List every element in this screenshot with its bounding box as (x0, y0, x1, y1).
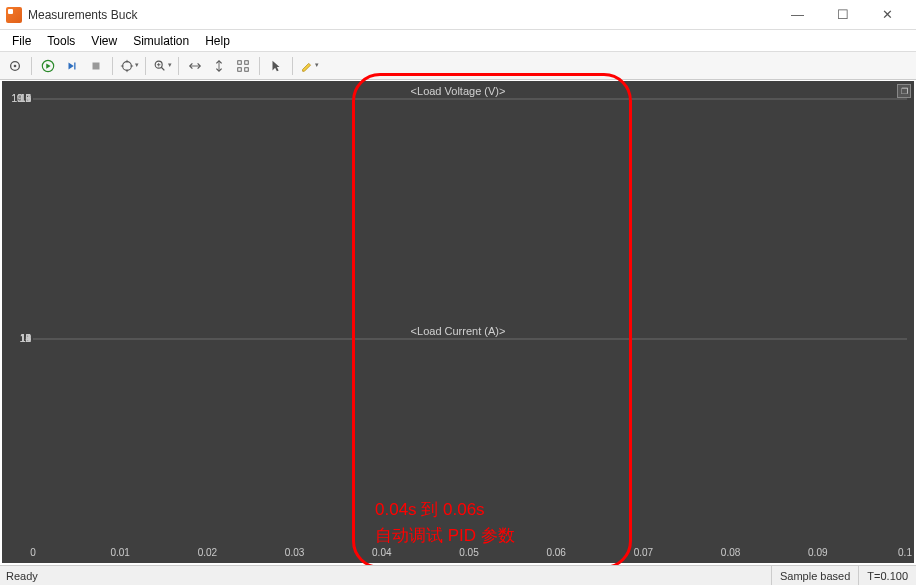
svg-rect-19 (245, 60, 249, 64)
x-tick-label: 0.1 (898, 547, 912, 558)
x-tick-label: 0.03 (285, 547, 304, 558)
menubar: File Tools View Simulation Help (0, 30, 916, 52)
plot-canvas-voltage[interactable] (33, 98, 907, 100)
x-tick-label: 0.05 (459, 547, 478, 558)
play-icon (41, 59, 55, 73)
highlight-icon (300, 59, 314, 73)
zoom-button[interactable] (151, 55, 173, 77)
x-tick-label: 0.09 (808, 547, 827, 558)
trigger-button[interactable] (118, 55, 140, 77)
zoom-icon (153, 59, 167, 73)
stop-button[interactable] (85, 55, 107, 77)
matlab-icon (6, 7, 22, 23)
stop-icon (89, 59, 103, 73)
close-button[interactable]: ✕ (865, 0, 910, 30)
svg-rect-6 (93, 62, 100, 69)
zoom-x-button[interactable] (184, 55, 206, 77)
status-ready: Ready (0, 570, 771, 582)
status-time: T=0.100 (858, 566, 916, 585)
plot-title-current: <Load Current (A)> (5, 324, 911, 338)
minimize-button[interactable]: — (775, 0, 820, 30)
annotation-line2: 自动调试 PID 参数 (375, 523, 515, 549)
menu-view[interactable]: View (83, 32, 125, 50)
y-tick-label: 12 (7, 93, 31, 104)
autoscale-button[interactable] (232, 55, 254, 77)
target-icon (120, 59, 134, 73)
svg-rect-21 (245, 67, 249, 71)
menu-simulation[interactable]: Simulation (125, 32, 197, 50)
svg-marker-4 (69, 62, 74, 69)
svg-rect-20 (238, 67, 242, 71)
status-mode: Sample based (771, 566, 858, 585)
x-tick-label: 0.06 (546, 547, 565, 558)
svg-point-7 (122, 61, 131, 70)
x-tick-label: 0.08 (721, 547, 740, 558)
step-icon (65, 59, 79, 73)
step-forward-button[interactable] (61, 55, 83, 77)
menu-file[interactable]: File (4, 32, 39, 50)
zoom-y-button[interactable] (208, 55, 230, 77)
plot-voltage: <Load Voltage (V)> 99.51010.51111.512 (5, 84, 911, 320)
gear-icon (8, 59, 22, 73)
y-tick-label: 15 (7, 333, 31, 344)
statusbar: Ready Sample based T=0.100 (0, 565, 916, 585)
annotation-text: 0.04s 到 0.06s 自动调试 PID 参数 (375, 497, 515, 548)
svg-marker-3 (46, 63, 50, 68)
x-tick-label: 0 (30, 547, 36, 558)
annotation-line1: 0.04s 到 0.06s (375, 497, 515, 523)
scope-area: ❐ <Load Voltage (V)> 99.51010.51111.512 … (2, 81, 914, 563)
menu-tools[interactable]: Tools (39, 32, 83, 50)
x-tick-label: 0.02 (198, 547, 217, 558)
settings-button[interactable] (4, 55, 26, 77)
toolbar (0, 52, 916, 80)
x-tick-label: 0.04 (372, 547, 391, 558)
zoom-x-icon (188, 59, 202, 73)
cursor-button[interactable] (265, 55, 287, 77)
plot-canvas-current[interactable] (33, 338, 907, 340)
cursor-icon (269, 59, 283, 73)
svg-line-13 (161, 67, 164, 70)
window-title: Measurements Buck (28, 8, 775, 22)
titlebar: Measurements Buck — ☐ ✕ (0, 0, 916, 30)
highlight-button[interactable] (298, 55, 320, 77)
svg-rect-18 (238, 60, 242, 64)
maximize-button[interactable]: ☐ (820, 0, 865, 30)
x-tick-label: 0.07 (634, 547, 653, 558)
zoom-y-icon (212, 59, 226, 73)
x-tick-label: 0.01 (110, 547, 129, 558)
plot-title-voltage: <Load Voltage (V)> (5, 84, 911, 98)
autoscale-icon (236, 59, 250, 73)
menu-help[interactable]: Help (197, 32, 238, 50)
plot-maximize-icon[interactable]: ❐ (897, 84, 911, 98)
svg-rect-5 (74, 62, 75, 69)
svg-point-1 (14, 64, 17, 67)
run-button[interactable] (37, 55, 59, 77)
